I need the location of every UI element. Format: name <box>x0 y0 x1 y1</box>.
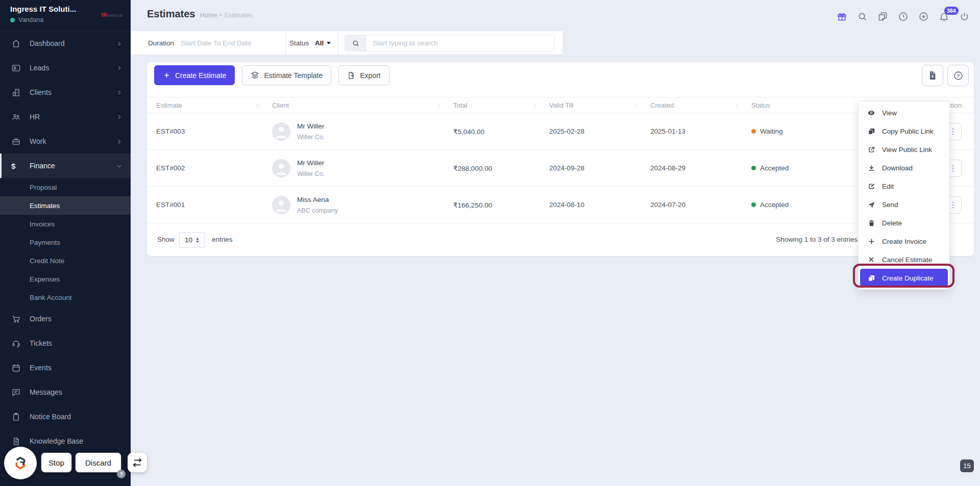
sidebar-item-dashboard[interactable]: Dashboard <box>0 31 131 56</box>
page-size-select[interactable]: 10 <box>179 232 205 248</box>
client-name[interactable]: Miss Aena <box>297 196 338 203</box>
chevron-right-icon <box>116 65 122 71</box>
discard-button[interactable]: Discard <box>75 452 121 473</box>
trash-icon <box>867 219 875 227</box>
invoice-file-button[interactable]: $ <box>922 65 943 86</box>
menu-item-send[interactable]: Send <box>859 195 949 214</box>
breadcrumb-current: Estimates <box>225 12 253 19</box>
gift-icon[interactable] <box>837 11 847 22</box>
column-header-status[interactable]: Status <box>751 101 869 109</box>
column-header-total[interactable]: Total↑↓ <box>453 101 549 109</box>
column-header-client[interactable]: Client↑↓ <box>272 101 453 109</box>
sidebar-item-work[interactable]: Work <box>0 129 131 154</box>
status-dot <box>751 166 756 170</box>
help-bubble[interactable]: ? <box>117 470 126 478</box>
bell-icon[interactable]: 384 <box>939 11 949 22</box>
menu-item-create-duplicate[interactable]: Create Duplicate <box>860 269 948 287</box>
layers-icon <box>251 71 259 80</box>
calendar-icon <box>11 363 21 373</box>
external-link-icon <box>867 146 875 154</box>
search-icon[interactable] <box>857 11 868 22</box>
sidebar-item-events[interactable]: Events <box>0 355 131 380</box>
swap-arrows-button[interactable] <box>128 453 147 472</box>
sidebar-subitem-payments[interactable]: Payments <box>0 233 131 251</box>
duration-range-input[interactable] <box>181 35 280 51</box>
swap-arrows-icon <box>132 457 143 468</box>
sidebar-item-notice-board[interactable]: Notice Board <box>0 404 131 429</box>
download-icon <box>867 164 875 172</box>
client-company: Willer Co. <box>297 134 325 141</box>
column-header-created[interactable]: Created↑↓ <box>650 101 751 109</box>
sidebar-subitem-invoices[interactable]: Invoices <box>0 215 131 233</box>
sort-icon[interactable]: ↑↓ <box>735 103 738 108</box>
plus-icon <box>163 71 170 79</box>
status-dropdown[interactable]: All <box>315 39 331 47</box>
sidebar-subitem-bank-account[interactable]: Bank Account <box>0 288 131 306</box>
user-name: Vandana <box>18 16 43 23</box>
sort-icon[interactable]: ↑↓ <box>437 103 440 108</box>
export-button[interactable]: Export <box>338 65 389 85</box>
edit-icon <box>867 183 875 190</box>
sidebar-subitem-credit-note[interactable]: Credit Note <box>0 251 131 270</box>
search-input[interactable] <box>366 35 554 51</box>
sidebar-item-hr[interactable]: HR <box>0 105 131 129</box>
chevron-down-icon <box>116 163 122 169</box>
help-button[interactable]: ? <box>947 65 969 86</box>
total-value: ₹5,040.00 <box>453 127 549 136</box>
showing-entries-text: Showing 1 to 3 of 3 entries <box>776 236 857 243</box>
sidebar-subitem-expenses[interactable]: Expenses <box>0 270 131 288</box>
plus-circle-icon[interactable] <box>918 11 929 22</box>
building-icon <box>11 88 21 97</box>
sidebar-subitem-estimates[interactable]: Estimates <box>0 196 131 215</box>
sidebar-subitem-proposal[interactable]: Proposal <box>0 178 131 196</box>
history-clock-icon[interactable] <box>898 11 909 22</box>
row-context-menu: View Copy Public Link View Public Link D… <box>858 101 950 290</box>
estimate-number[interactable]: EST#002 <box>156 164 272 172</box>
sort-icon[interactable]: ↑↓ <box>256 103 259 108</box>
menu-item-copy-public-link[interactable]: Copy Public Link <box>859 122 949 140</box>
id-card-icon <box>11 63 21 73</box>
topbar-icons: 384 <box>837 11 970 22</box>
created-value: 2024-08-29 <box>650 164 751 172</box>
create-estimate-button[interactable]: Create Estimate <box>154 65 235 85</box>
svg-text:$: $ <box>932 74 934 79</box>
menu-item-delete[interactable]: Delete <box>859 214 949 232</box>
stop-button[interactable]: Stop <box>41 452 72 473</box>
briefcase-icon <box>11 137 21 146</box>
recorder-logo-button[interactable] <box>4 447 37 479</box>
sidebar-item-clients[interactable]: Clients <box>0 80 131 105</box>
x-icon <box>867 256 875 263</box>
client-name[interactable]: Mr Willer <box>297 159 325 167</box>
menu-item-edit[interactable]: Edit <box>859 177 949 195</box>
sidebar-item-messages[interactable]: Messages <box>0 380 131 404</box>
sort-icon[interactable]: ↑↓ <box>634 103 637 108</box>
sidebar-item-finance[interactable]: $ Finance <box>0 154 131 178</box>
breadcrumb-home[interactable]: Home <box>200 12 217 19</box>
page-title: Estimates <box>147 8 195 20</box>
menu-item-cancel-estimate[interactable]: Cancel Estimate <box>859 250 949 269</box>
menu-item-view[interactable]: View <box>859 104 949 122</box>
column-header-valid-till[interactable]: Valid Till↑↓ <box>549 101 650 109</box>
estimate-template-button[interactable]: Estimate Template <box>242 65 331 85</box>
power-icon[interactable] <box>959 11 970 22</box>
valid-till-value: 2024-08-10 <box>549 201 650 209</box>
send-icon <box>867 201 875 209</box>
column-header-estimate[interactable]: Estimate↑↓ <box>156 101 272 109</box>
sidebar-item-tickets[interactable]: Tickets <box>0 331 131 355</box>
user-line: Vandana <box>10 16 43 23</box>
breadcrumb: Home•Estimates <box>200 12 253 19</box>
sidebar-item-leads[interactable]: Leads <box>0 56 131 80</box>
sidebar-item-orders[interactable]: Orders <box>0 306 131 331</box>
copy-icon <box>867 127 875 135</box>
clipboard-icon <box>11 412 21 422</box>
notes-icon[interactable] <box>877 11 888 22</box>
sort-icon[interactable]: ↑↓ <box>533 103 536 108</box>
estimate-number[interactable]: EST#003 <box>156 127 272 135</box>
menu-item-view-public-link[interactable]: View Public Link <box>859 140 949 159</box>
menu-item-create-invoice[interactable]: Create Invoice <box>859 232 949 250</box>
client-name[interactable]: Mr Willer <box>297 122 325 130</box>
estimate-number[interactable]: EST#001 <box>156 201 272 209</box>
menu-item-download[interactable]: Download <box>859 159 949 177</box>
card-corner-actions: $ ? <box>922 65 969 86</box>
filter-divider <box>285 31 286 55</box>
